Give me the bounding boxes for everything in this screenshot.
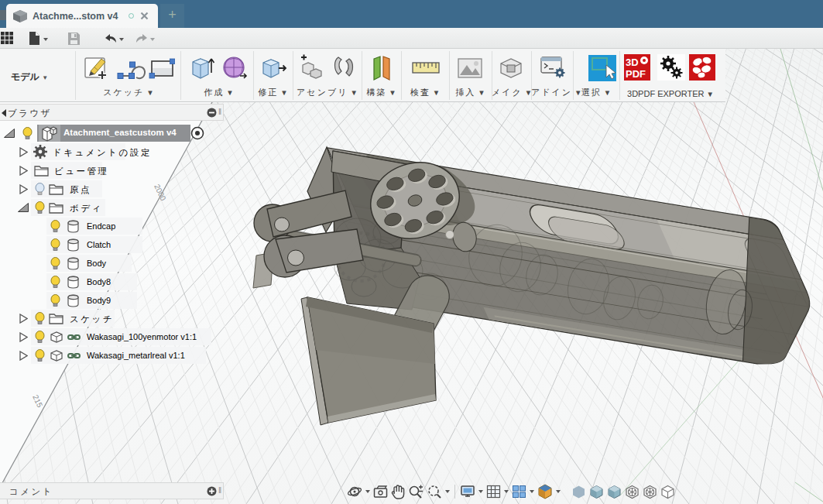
svg-text:3D: 3D bbox=[626, 57, 639, 68]
svg-text:PDF: PDF bbox=[626, 68, 646, 80]
